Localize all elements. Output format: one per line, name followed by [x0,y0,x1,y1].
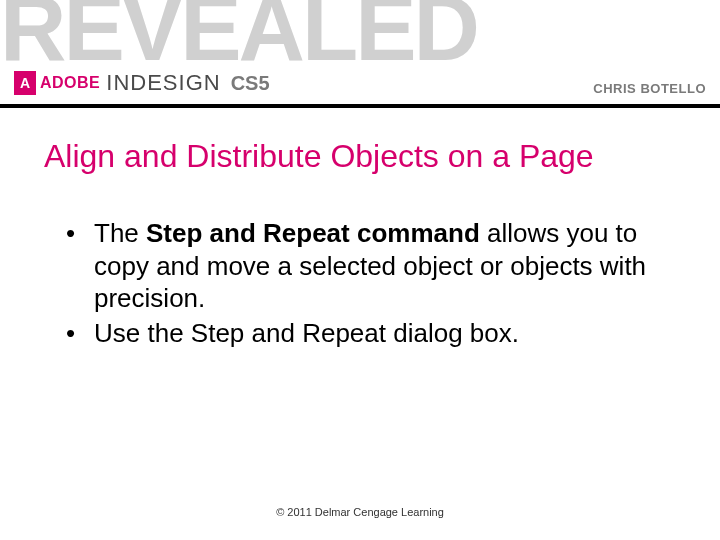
content-area: • The Step and Repeat command allows you… [66,217,670,349]
slide-header: REVEALED A ADOBE INDESIGN CS5 CHRIS BOTE… [0,0,720,108]
page-title: Align and Distribute Objects on a Page [44,138,720,175]
adobe-label: ADOBE [40,74,100,92]
version-label: CS5 [231,72,270,95]
bullet-mark-icon: • [66,217,94,315]
bullet-mark-icon: • [66,317,94,350]
bullet-1-bold: Step and Repeat command [146,218,480,248]
revealed-watermark: REVEALED [0,0,720,74]
bullet-1-pre: The [94,218,146,248]
bullet-2: • Use the Step and Repeat dialog box. [66,317,670,350]
bullet-1: • The Step and Repeat command allows you… [66,217,670,315]
adobe-logo-icon: A [14,71,36,95]
bullet-1-text: The Step and Repeat command allows you t… [94,217,670,315]
brand-left: A ADOBE INDESIGN CS5 [14,70,270,96]
brand-row: A ADOBE INDESIGN CS5 CHRIS BOTELLO [14,70,706,96]
author-label: CHRIS BOTELLO [593,81,706,96]
copyright-footer: © 2011 Delmar Cengage Learning [0,506,720,518]
product-label: INDESIGN [106,70,220,96]
bullet-2-text: Use the Step and Repeat dialog box. [94,317,519,350]
